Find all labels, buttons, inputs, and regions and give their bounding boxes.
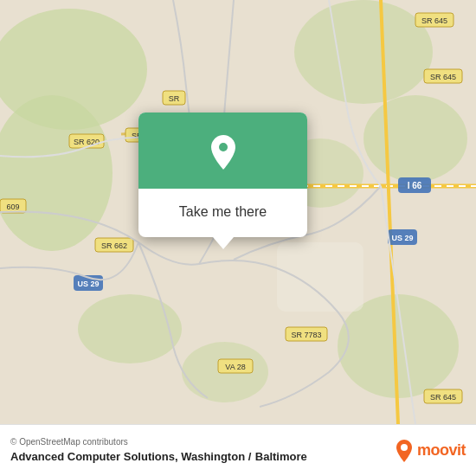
- moovit-brand-text: moovit: [417, 441, 466, 460]
- svg-rect-10: [277, 242, 363, 312]
- popup-button-area: Take me there: [138, 189, 307, 237]
- svg-text:SR 662: SR 662: [101, 241, 127, 250]
- take-me-there-button[interactable]: Take me there: [152, 201, 293, 223]
- moovit-pin-icon: [395, 439, 414, 463]
- svg-text:VA 28: VA 28: [225, 363, 245, 371]
- place-info: Advanced Computer Solutions, Washington …: [10, 448, 307, 464]
- location-popup: Take me there: [138, 113, 307, 237]
- svg-text:SR 620: SR 620: [74, 138, 100, 146]
- svg-point-3: [294, 0, 433, 104]
- svg-text:US 29: US 29: [391, 234, 413, 242]
- map-area[interactable]: I 66 US 29 US 29 SR 662 SR 662 SR 620 SR…: [0, 0, 476, 424]
- svg-point-41: [219, 143, 228, 151]
- svg-text:SR 7783: SR 7783: [291, 331, 321, 339]
- svg-text:SR 645: SR 645: [430, 393, 456, 402]
- svg-point-42: [401, 444, 408, 451]
- svg-text:SR 645: SR 645: [430, 73, 456, 81]
- svg-text:SR 645: SR 645: [421, 16, 447, 25]
- svg-point-4: [363, 95, 467, 182]
- osm-attribution: © OpenStreetMap contributors: [10, 437, 307, 447]
- svg-text:SR: SR: [169, 94, 180, 103]
- location-pin-icon: [203, 132, 244, 173]
- svg-text:US 29: US 29: [77, 280, 99, 288]
- svg-text:I 66: I 66: [408, 181, 422, 190]
- moovit-logo: moovit: [395, 439, 466, 463]
- footer-left: © OpenStreetMap contributors Advanced Co…: [10, 437, 307, 464]
- place-name-2: Baltimore: [255, 450, 307, 463]
- footer: © OpenStreetMap contributors Advanced Co…: [0, 424, 476, 476]
- popup-header: [138, 113, 307, 189]
- svg-text:609: 609: [6, 203, 19, 211]
- svg-point-6: [78, 294, 182, 363]
- popup-triangle: [213, 237, 234, 249]
- place-name: Advanced Computer Solutions, Washington …: [10, 450, 251, 463]
